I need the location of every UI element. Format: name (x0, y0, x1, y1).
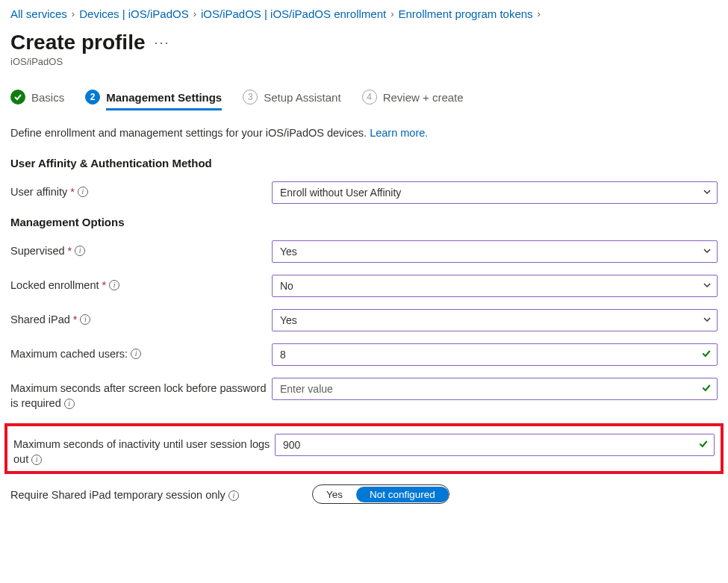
step-number-icon: 3 (243, 90, 258, 105)
breadcrumb: All services › Devices | iOS/iPadOS › iO… (10, 7, 718, 20)
tab-label: Management Settings (106, 91, 222, 110)
chevron-right-icon: › (538, 8, 541, 19)
locked-enrollment-label: Locked enrollment (10, 278, 99, 293)
info-icon[interactable]: i (75, 246, 85, 256)
shared-ipad-select[interactable]: Yes (272, 309, 718, 331)
locked-enrollment-select[interactable]: No (272, 275, 718, 297)
supervised-select[interactable]: Yes (272, 240, 718, 263)
tab-label: Basics (31, 91, 64, 104)
tab-review-create[interactable]: 4 Review + create (362, 90, 464, 110)
more-actions-button[interactable]: ··· (155, 35, 170, 51)
page-subtitle: iOS/iPadOS (10, 56, 718, 67)
input-value: 8 (280, 349, 286, 361)
tab-setup-assistant[interactable]: 3 Setup Assistant (243, 90, 340, 110)
tab-management-settings[interactable]: 2 Management Settings (85, 90, 222, 110)
step-number-icon: 2 (85, 90, 100, 105)
info-icon[interactable]: i (228, 490, 239, 501)
require-temp-session-label: Require Shared iPad temporary session on… (10, 489, 225, 501)
checkmark-icon (10, 90, 25, 105)
info-icon[interactable]: i (109, 280, 119, 290)
breadcrumb-link-all-services[interactable]: All services (10, 7, 67, 20)
required-indicator: * (73, 312, 78, 327)
user-affinity-label: User affinity (10, 184, 67, 199)
info-icon[interactable]: i (78, 187, 88, 197)
chevron-right-icon: › (72, 8, 75, 19)
step-number-icon: 4 (362, 90, 377, 105)
tab-basics[interactable]: Basics (10, 90, 64, 110)
select-value: No (280, 280, 293, 292)
tab-label: Review + create (383, 91, 464, 104)
info-icon[interactable]: i (131, 349, 141, 359)
select-value: Enroll without User Affinity (280, 187, 401, 199)
input-value: 900 (283, 439, 300, 451)
user-affinity-select[interactable]: Enroll without User Affinity (272, 181, 718, 204)
description-body: Define enrollment and management setting… (10, 127, 370, 139)
select-value: Yes (280, 314, 297, 326)
learn-more-link[interactable]: Learn more. (370, 127, 428, 139)
breadcrumb-link-devices[interactable]: Devices | iOS/iPadOS (79, 7, 188, 20)
page-title: Create profile (10, 31, 146, 54)
tab-label: Setup Assistant (264, 91, 340, 104)
info-icon[interactable]: i (80, 314, 90, 325)
max-seconds-inactivity-input[interactable]: 900 (275, 434, 715, 456)
section-heading-affinity: User Affinity & Authentication Method (10, 157, 718, 169)
require-temp-session-toggle[interactable]: Yes Not configured (312, 484, 449, 504)
max-seconds-lock-input[interactable]: Enter value (272, 378, 718, 400)
description-text: Define enrollment and management setting… (10, 127, 718, 139)
max-seconds-inactivity-label: Maximum seconds of inactivity until user… (13, 438, 270, 465)
section-heading-mgmt: Management Options (10, 216, 718, 228)
toggle-option-not-configured[interactable]: Not configured (356, 487, 449, 502)
required-indicator: * (70, 184, 75, 199)
info-icon[interactable]: i (31, 455, 42, 465)
info-icon[interactable]: i (64, 399, 75, 409)
highlighted-setting: Maximum seconds of inactivity until user… (4, 423, 724, 475)
max-seconds-lock-label: Maximum seconds after screen lock before… (10, 382, 267, 409)
chevron-right-icon: › (391, 8, 393, 19)
shared-ipad-label: Shared iPad (10, 312, 70, 327)
wizard-tabs: Basics 2 Management Settings 3 Setup Ass… (10, 90, 718, 110)
input-placeholder: Enter value (280, 383, 333, 395)
max-cached-users-label: Maximum cached users: (10, 346, 128, 361)
required-indicator: * (102, 278, 107, 293)
select-value: Yes (280, 246, 297, 258)
required-indicator: * (68, 243, 72, 258)
max-cached-users-input[interactable]: 8 (272, 343, 718, 366)
breadcrumb-link-enrollment[interactable]: iOS/iPadOS | iOS/iPadOS enrollment (201, 7, 386, 20)
breadcrumb-link-tokens[interactable]: Enrollment program tokens (399, 7, 533, 20)
chevron-right-icon: › (193, 8, 196, 19)
supervised-label: Supervised (10, 243, 65, 258)
toggle-option-yes[interactable]: Yes (313, 487, 356, 502)
